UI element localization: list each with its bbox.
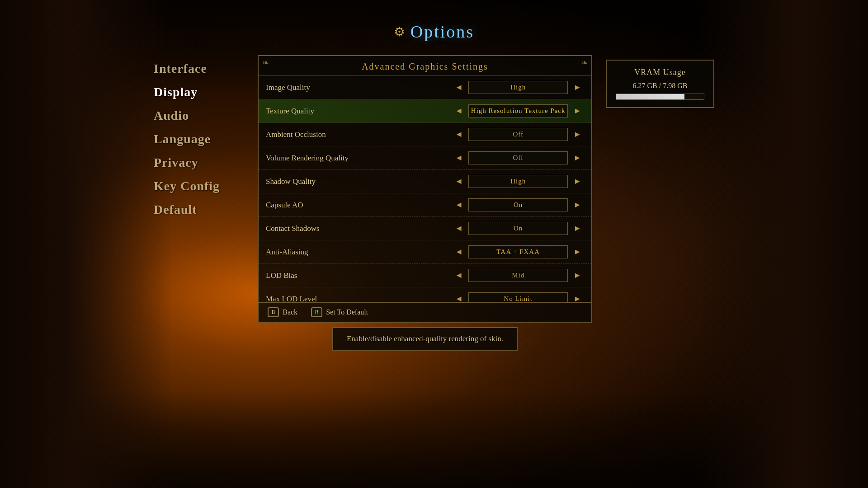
setting-value: Mid [468,269,568,282]
setting-control: ◄Off► [452,151,584,164]
arrow-left-button[interactable]: ◄ [452,104,466,117]
settings-title: Advanced Graphics Settings [259,56,591,76]
arrow-left-button[interactable]: ◄ [452,269,466,282]
arrow-right-button[interactable]: ► [571,81,584,94]
reset-label: Set To Default [326,308,368,316]
setting-label-container: Capsule AO [266,201,452,210]
nav-item-display[interactable]: Display [154,83,244,101]
tooltip: Enable/disable enhanced-quality renderin… [332,327,518,351]
setting-control: ◄High► [452,81,584,94]
setting-row[interactable]: Contact Shadows◄On► [259,217,591,240]
arrow-right-button[interactable]: ► [571,104,584,117]
vram-box: VRAM Usage 6.27 GB / 7.98 GB [606,60,714,108]
nav-item-privacy[interactable]: Privacy [154,154,244,172]
main-panel: Advanced Graphics Settings Image Quality… [258,55,592,351]
nav-item-keyconfig[interactable]: Key Config [154,177,244,195]
setting-label-text: LOD Bias [266,271,297,280]
arrow-left-button[interactable]: ◄ [452,81,466,94]
setting-control: ◄High Resolution Texture Pack► [452,104,584,117]
arrow-left-button[interactable]: ◄ [452,245,466,258]
setting-row[interactable]: Shadow Quality◄High► [259,170,591,193]
nav-item-audio[interactable]: Audio [154,107,244,125]
setting-row[interactable]: LOD Bias◄Mid► [259,264,591,287]
arrow-right-button[interactable]: ► [571,269,584,282]
nav-item-language[interactable]: Language [154,130,244,148]
back-label: Back [283,308,297,316]
arrow-right-button[interactable]: ► [571,245,584,258]
setting-control: ◄On► [452,198,584,211]
setting-value: Off [468,151,568,164]
reset-icon: R [311,307,322,317]
setting-control: ◄No Limit► [452,292,584,302]
arrow-right-button[interactable]: ► [571,292,584,302]
bottom-controls: B Back R Set To Default [258,303,592,323]
title-bar: ⚙ Options [394,22,474,42]
vram-panel: VRAM Usage 6.27 GB / 7.98 GB [606,55,714,351]
setting-label-container: Texture Quality [266,107,452,116]
setting-value: High Resolution Texture Pack [468,104,568,117]
setting-value: High [468,175,568,188]
arrow-right-button[interactable]: ► [571,198,584,211]
vram-title: VRAM Usage [616,68,704,77]
setting-row[interactable]: Capsule AO◄On► [259,193,591,217]
arrow-right-button[interactable]: ► [571,151,584,164]
setting-label-container: Volume Rendering Quality [266,154,452,163]
arrow-left-button[interactable]: ◄ [452,198,466,211]
arrow-left-button[interactable]: ◄ [452,175,466,188]
setting-row[interactable]: Anti-Aliasing◄TAA + FXAA► [259,240,591,264]
setting-label-text: Max LOD Level [266,295,317,302]
setting-label-text: Volume Rendering Quality [266,154,349,163]
vram-total: 7.98 GB [663,82,687,89]
reset-button[interactable]: R Set To Default [311,307,368,317]
setting-value: High [468,81,568,94]
vram-separator: / [659,82,661,89]
arrow-left-button[interactable]: ◄ [452,292,466,302]
setting-label-container: Max LOD Level [266,295,452,302]
setting-value: On [468,222,568,235]
arrow-left-button[interactable]: ◄ [452,222,466,235]
nav-item-interface[interactable]: Interface [154,60,244,78]
back-icon: B [268,307,279,317]
vram-bar-container [616,94,704,100]
setting-label-text: Image Quality [266,83,310,92]
setting-label-text: Ambient Occlusion [266,130,326,139]
left-nav: Interface Display Audio Language Privacy… [154,55,244,351]
setting-row[interactable]: Ambient Occlusion◄Off► [259,123,591,146]
setting-row[interactable]: Image Quality◄High► [259,76,591,99]
setting-control: ◄Mid► [452,269,584,282]
back-button[interactable]: B Back [268,307,297,317]
setting-label-text: Anti-Aliasing [266,248,308,257]
settings-list[interactable]: Image Quality◄High►Texture Quality◄High … [259,76,591,302]
setting-row[interactable]: Max LOD Level◄No Limit► [259,287,591,302]
setting-label-container: Anti-Aliasing [266,248,452,257]
arrow-left-button[interactable]: ◄ [452,151,466,164]
setting-control: ◄Off► [452,128,584,141]
arrow-right-button[interactable]: ► [571,222,584,235]
setting-label-container: Shadow Quality [266,177,452,186]
setting-label-text: Texture Quality [266,107,314,116]
setting-label-container: Contact Shadows [266,224,452,233]
vram-bar-fill [616,94,684,99]
setting-value: No Limit [468,292,568,302]
vram-used: 6.27 GB [633,82,657,89]
setting-row[interactable]: Volume Rendering Quality◄Off► [259,146,591,170]
nav-item-default[interactable]: Default [154,201,244,219]
setting-value: On [468,198,568,211]
vram-values: 6.27 GB / 7.98 GB [616,82,704,90]
setting-label-container: Ambient Occlusion [266,130,452,139]
page-title: Options [410,22,474,42]
setting-control: ◄High► [452,175,584,188]
setting-label-text: Capsule AO [266,201,303,210]
arrow-right-button[interactable]: ► [571,175,584,188]
setting-label-container: LOD Bias [266,271,452,280]
setting-control: ◄On► [452,222,584,235]
settings-box: Advanced Graphics Settings Image Quality… [258,55,592,303]
setting-control: ◄TAA + FXAA► [452,245,584,258]
setting-label-text: Contact Shadows [266,224,320,233]
setting-label-text: Shadow Quality [266,177,316,186]
setting-value: Off [468,128,568,141]
arrow-right-button[interactable]: ► [571,128,584,141]
arrow-left-button[interactable]: ◄ [452,128,466,141]
setting-row[interactable]: Texture Quality◄High Resolution Texture … [259,99,591,123]
gear-icon: ⚙ [394,24,405,39]
